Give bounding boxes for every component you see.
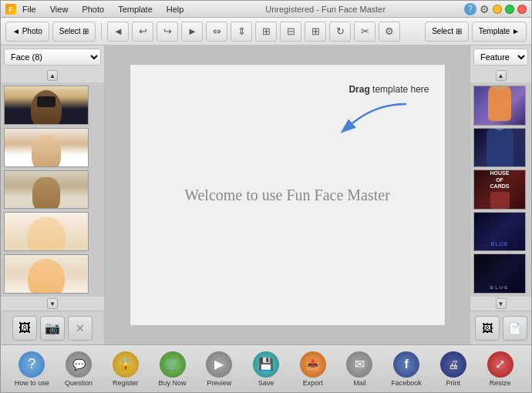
toolbar-right: Select ⊞ Template ► — [425, 22, 527, 42]
template-item-1[interactable] — [473, 86, 526, 126]
save-button[interactable]: 💾 Save — [247, 351, 285, 387]
template-item-2[interactable] — [473, 128, 526, 168]
how-to-use-button[interactable]: ? How to use — [12, 351, 51, 387]
template-item-5[interactable]: BLUE — [473, 254, 526, 294]
select-button[interactable]: Select ⊞ — [52, 22, 96, 42]
face-dropdown[interactable]: Face (8) — [4, 49, 101, 66]
mail-label: Mail — [353, 379, 366, 387]
resize-button[interactable]: ⤢ Resize — [481, 351, 520, 387]
feature-dropdown[interactable]: Feature (134) — [473, 49, 528, 66]
facebook-button[interactable]: f Facebook — [387, 351, 426, 387]
scroll-up-button[interactable]: ▲ — [47, 70, 58, 81]
register-label: Register — [113, 379, 139, 387]
resize-label: Resize — [490, 379, 511, 387]
select-button-right[interactable]: Select ⊞ — [425, 22, 469, 42]
face-item-5[interactable] — [4, 254, 89, 294]
print-button[interactable]: 🖨 Print — [434, 351, 473, 387]
template-item-3[interactable]: HOUSEOFCARDS — [473, 170, 526, 210]
photo-button[interactable]: ◄ Photo — [5, 22, 49, 42]
canvas-area[interactable]: Welcome to use Fun Face Master Drag temp… — [130, 64, 446, 326]
template-list: HOUSEOFCARDS BLUE BLUE — [470, 82, 531, 297]
title-bar-right: ? ⚙ — [464, 3, 527, 15]
redo-button[interactable]: ↪ — [157, 22, 178, 42]
register-button[interactable]: 🔒 Register — [106, 351, 145, 387]
facebook-icon: f — [393, 351, 419, 378]
app-window: F File View Photo Template Help Unregist… — [0, 0, 532, 393]
zoom-out-button[interactable]: ⊟ — [280, 22, 301, 42]
photo-list — [1, 82, 104, 297]
preview-icon: ▶ — [206, 351, 232, 378]
left-panel: Face (8) ▲ — [1, 45, 105, 344]
menu-view[interactable]: View — [47, 4, 72, 15]
right-scroll-up-area: ▲ — [470, 69, 531, 82]
drag-hint-text: Drag template here — [348, 84, 429, 95]
right-scroll-down-area: ▼ — [470, 297, 531, 311]
face-item-4[interactable] — [4, 212, 89, 251]
toolbar-separator — [101, 23, 102, 40]
left-panel-bottom: 🖼 📷 ✕ — [1, 311, 104, 344]
forward-button[interactable]: ► — [181, 22, 203, 42]
preview-label: Preview — [207, 379, 231, 387]
bottom-bar: ? How to use 💬 Question 🔒 Register 🛒 Buy… — [1, 344, 531, 392]
mail-icon: ✉ — [346, 351, 372, 378]
menu-template[interactable]: Template — [115, 4, 156, 15]
flip-v-button[interactable]: ⇕ — [231, 22, 252, 42]
buy-now-button[interactable]: 🛒 Buy Now — [153, 351, 192, 387]
print-label: Print — [446, 379, 461, 387]
rotate-button[interactable]: ↻ — [329, 22, 351, 42]
maximize-button[interactable] — [505, 5, 514, 14]
template-item-4[interactable]: BLUE — [473, 212, 526, 252]
right-scroll-up-button[interactable]: ▲ — [496, 70, 507, 81]
buy-now-label: Buy Now — [159, 379, 187, 387]
save-icon: 💾 — [253, 351, 279, 378]
print-icon: 🖨 — [440, 351, 466, 378]
face-item-2[interactable] — [4, 128, 89, 167]
register-icon: 🔒 — [113, 351, 139, 378]
crop-button[interactable]: ✂ — [354, 22, 375, 42]
preview-button[interactable]: ▶ Preview — [200, 351, 238, 387]
face-item-1[interactable] — [4, 86, 89, 125]
mail-button[interactable]: ✉ Mail — [340, 351, 379, 387]
toolbar: ◄ Photo Select ⊞ ◄ ↩ ↪ ► ⇔ ⇕ ⊞ ⊟ ⊞ ↻ ✂ ⚙… — [1, 18, 531, 45]
settings-button[interactable]: ⚙ — [379, 22, 400, 42]
export-icon: 📤 — [300, 351, 326, 378]
how-to-use-label: How to use — [15, 379, 49, 387]
face-item-3[interactable] — [4, 170, 89, 210]
undo-button[interactable]: ↩ — [132, 22, 153, 42]
question-button[interactable]: 💬 Question — [59, 351, 98, 387]
menu-photo[interactable]: Photo — [79, 4, 107, 15]
welcome-text: Welcome to use Fun Face Master — [184, 186, 390, 204]
right-scroll-down-button[interactable]: ▼ — [496, 298, 507, 309]
scroll-up-area: ▲ — [1, 69, 104, 82]
right-panel: Feature (134) ▲ — [470, 45, 531, 344]
scroll-down-button[interactable]: ▼ — [47, 298, 58, 309]
buy-now-icon: 🛒 — [160, 351, 186, 378]
right-panel-header: Feature (134) — [470, 45, 531, 69]
menu-file[interactable]: File — [19, 4, 39, 15]
add-template-button[interactable]: 🖼 — [475, 316, 500, 341]
export-button[interactable]: 📤 Export — [294, 351, 332, 387]
title-bar: F File View Photo Template Help Unregist… — [1, 1, 531, 18]
prev-button[interactable]: ◄ — [107, 22, 129, 42]
help-icon[interactable]: ? — [464, 3, 476, 15]
close-button[interactable] — [517, 5, 527, 14]
question-icon: 💬 — [66, 351, 92, 378]
main-area: Face (8) ▲ — [1, 45, 531, 344]
delete-photo-button[interactable]: ✕ — [68, 316, 93, 341]
facebook-label: Facebook — [391, 379, 422, 387]
app-icon: F — [5, 4, 16, 15]
add-photo-button[interactable]: 🖼 — [12, 316, 37, 341]
template-button[interactable]: Template ► — [472, 22, 527, 42]
question-label: Question — [65, 379, 93, 387]
menu-help[interactable]: Help — [163, 4, 187, 15]
camera-button[interactable]: 📷 — [40, 316, 65, 341]
gear-icon[interactable]: ⚙ — [480, 3, 490, 15]
title-bar-left: F File View Photo Template Help — [5, 4, 187, 15]
zoom-in-button[interactable]: ⊞ — [255, 22, 277, 42]
flip-h-button[interactable]: ⇔ — [206, 22, 227, 42]
grid-button[interactable]: ⊞ — [305, 22, 326, 42]
new-template-button[interactable]: 📄 — [503, 316, 527, 341]
export-label: Export — [303, 379, 323, 387]
scroll-down-area: ▼ — [1, 297, 104, 311]
minimize-button[interactable] — [493, 5, 502, 14]
